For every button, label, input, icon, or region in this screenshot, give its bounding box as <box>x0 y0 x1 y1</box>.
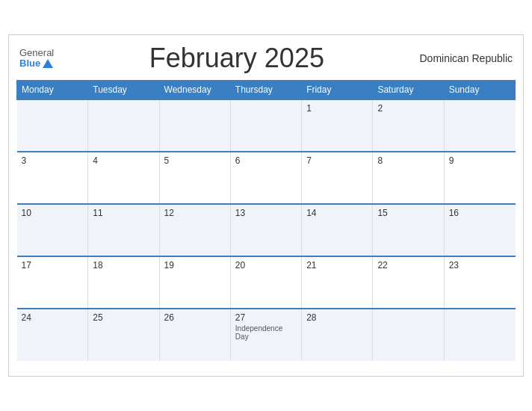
day-number: 7 <box>306 155 368 166</box>
day-number: 14 <box>306 208 368 218</box>
calendar-header: General Blue February 2025 Dominican Rep… <box>16 43 516 74</box>
logo-blue: Blue <box>19 58 54 69</box>
day-number: 19 <box>164 260 226 271</box>
calendar-day <box>230 99 301 152</box>
calendar-day: 21 <box>302 256 373 309</box>
calendar-day: 9 <box>444 152 515 204</box>
day-number: 25 <box>93 312 154 323</box>
day-number: 23 <box>449 260 511 271</box>
calendar-day: 6 <box>230 152 301 204</box>
calendar-day: 7 <box>302 152 373 204</box>
calendar-day: 4 <box>88 152 159 204</box>
day-number: 24 <box>22 312 84 323</box>
calendar-day: 1 <box>302 99 373 152</box>
weekday-header-thursday: Thursday <box>230 81 301 100</box>
day-number: 18 <box>93 260 154 271</box>
logo-general: General <box>19 48 54 58</box>
day-number: 28 <box>306 312 368 323</box>
day-number: 15 <box>377 208 439 218</box>
week-row-5: 24252627Independence Day28 <box>17 309 516 361</box>
day-number: 6 <box>235 155 297 166</box>
day-number: 1 <box>306 103 368 114</box>
day-number: 17 <box>22 260 84 271</box>
weekday-header-wednesday: Wednesday <box>159 81 230 100</box>
day-number: 16 <box>449 208 511 218</box>
day-number: 21 <box>306 260 368 271</box>
day-number: 27 <box>235 312 297 323</box>
calendar-day: 5 <box>159 152 230 204</box>
weekday-header-row: MondayTuesdayWednesdayThursdayFridaySatu… <box>17 81 516 100</box>
logo: General Blue <box>19 48 54 69</box>
week-row-2: 3456789 <box>17 152 516 204</box>
day-number: 13 <box>235 208 297 218</box>
day-number: 26 <box>164 312 226 323</box>
calendar-day: 8 <box>373 152 444 204</box>
calendar-day: 26 <box>159 309 230 361</box>
calendar-day: 22 <box>373 256 444 309</box>
calendar-day: 18 <box>88 256 159 309</box>
day-number: 8 <box>377 155 439 166</box>
event-label: Independence Day <box>235 324 297 341</box>
calendar-day <box>159 99 230 152</box>
day-number: 11 <box>93 208 154 218</box>
logo-triangle-icon <box>43 59 53 68</box>
calendar-day: 16 <box>444 204 515 256</box>
calendar-day: 28 <box>302 309 373 361</box>
weekday-header-sunday: Sunday <box>444 81 515 100</box>
weekday-header-monday: Monday <box>17 81 88 100</box>
calendar-day: 11 <box>88 204 159 256</box>
calendar-day <box>88 99 159 152</box>
calendar-day: 20 <box>230 256 301 309</box>
calendar-day: 10 <box>17 204 88 256</box>
calendar-day: 15 <box>373 204 444 256</box>
calendar: General Blue February 2025 Dominican Rep… <box>8 34 524 377</box>
day-number: 20 <box>235 260 297 271</box>
calendar-day: 14 <box>302 204 373 256</box>
calendar-day: 13 <box>230 204 301 256</box>
calendar-day <box>17 99 88 152</box>
calendar-day: 17 <box>17 256 88 309</box>
weekday-header-tuesday: Tuesday <box>88 81 159 100</box>
day-number: 12 <box>164 208 226 218</box>
weekday-header-friday: Friday <box>302 81 373 100</box>
month-title: February 2025 <box>149 43 324 74</box>
calendar-table: MondayTuesdayWednesdayThursdayFridaySatu… <box>16 80 516 361</box>
calendar-day: 12 <box>159 204 230 256</box>
week-row-3: 10111213141516 <box>17 204 516 256</box>
calendar-day: 3 <box>17 152 88 204</box>
country-label: Dominican Republic <box>419 52 513 64</box>
day-number: 5 <box>164 155 226 166</box>
calendar-day: 23 <box>444 256 515 309</box>
day-number: 4 <box>93 155 154 166</box>
calendar-day: 25 <box>88 309 159 361</box>
calendar-day: 2 <box>373 99 444 152</box>
calendar-day <box>373 309 444 361</box>
weekday-header-saturday: Saturday <box>373 81 444 100</box>
day-number: 22 <box>377 260 439 271</box>
day-number: 9 <box>449 155 511 166</box>
day-number: 3 <box>22 155 84 166</box>
calendar-day <box>444 309 515 361</box>
week-row-4: 17181920212223 <box>17 256 516 309</box>
day-number: 2 <box>377 103 439 114</box>
calendar-day <box>444 99 515 152</box>
calendar-day: 27Independence Day <box>230 309 301 361</box>
calendar-day: 19 <box>159 256 230 309</box>
day-number: 10 <box>22 208 84 218</box>
week-row-1: 12 <box>17 99 516 152</box>
calendar-day: 24 <box>17 309 88 361</box>
